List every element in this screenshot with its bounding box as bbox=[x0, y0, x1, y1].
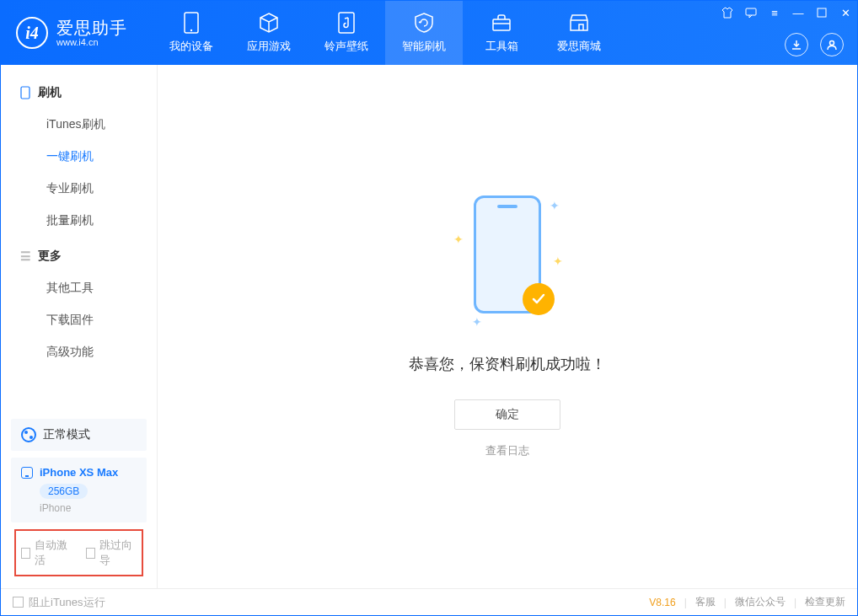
nav-tab-flash[interactable]: 智能刷机 bbox=[385, 1, 463, 65]
options-highlight-box: 自动激活 跳过向导 bbox=[14, 529, 143, 576]
sidebar-item-batch-flash[interactable]: 批量刷机 bbox=[1, 205, 157, 237]
checkbox-icon bbox=[86, 548, 95, 559]
menu-icon[interactable]: ≡ bbox=[768, 6, 781, 19]
logo-area: i4 爱思助手 www.i4.cn bbox=[1, 1, 144, 65]
success-message: 恭喜您，保资料刷机成功啦！ bbox=[409, 354, 606, 374]
maximize-icon[interactable] bbox=[815, 6, 829, 19]
sparkle-icon: ✦ bbox=[472, 315, 482, 329]
nav-tab-apps[interactable]: 应用游戏 bbox=[230, 1, 308, 65]
sparkle-icon: ✦ bbox=[553, 254, 563, 268]
app-window: i4 爱思助手 www.i4.cn 我的设备 应用游戏 铃声壁纸 智能刷机 bbox=[0, 0, 858, 616]
mode-icon bbox=[21, 427, 36, 442]
sidebar-item-advanced[interactable]: 高级功能 bbox=[1, 336, 157, 368]
main-content: ✦ ✦ ✦ ✦ 恭喜您，保资料刷机成功啦！ 确定 查看日志 bbox=[158, 65, 857, 588]
device-card[interactable]: iPhone XS Max 256GB iPhone bbox=[11, 458, 147, 522]
sidebar-tree: 刷机 iTunes刷机 一键刷机 专业刷机 批量刷机 ☰ 更多 其他工具 下载固… bbox=[1, 65, 157, 412]
cube-icon bbox=[258, 12, 280, 34]
minimize-icon[interactable]: — bbox=[791, 6, 805, 19]
app-logo-icon: i4 bbox=[16, 17, 48, 49]
nav-tabs: 我的设备 应用游戏 铃声壁纸 智能刷机 工具箱 爱思商城 bbox=[153, 1, 618, 65]
svg-point-6 bbox=[830, 41, 834, 46]
sidebar-item-itunes-flash[interactable]: iTunes刷机 bbox=[1, 109, 157, 141]
toolbox-icon bbox=[491, 12, 512, 34]
sidebar-bottom: 正常模式 iPhone XS Max 256GB iPhone 自动激活 bbox=[1, 412, 157, 588]
svg-rect-5 bbox=[818, 8, 826, 17]
check-badge-icon bbox=[523, 283, 555, 315]
nav-tab-device[interactable]: 我的设备 bbox=[153, 1, 230, 65]
svg-rect-7 bbox=[21, 87, 29, 99]
nav-tab-ringtone[interactable]: 铃声壁纸 bbox=[308, 1, 385, 65]
divider: | bbox=[724, 597, 727, 608]
device-name: iPhone XS Max bbox=[40, 466, 118, 479]
download-icon[interactable] bbox=[785, 33, 808, 56]
divider: | bbox=[684, 597, 687, 608]
nav-tab-label: 爱思商城 bbox=[557, 39, 601, 54]
feedback-icon[interactable] bbox=[744, 6, 758, 19]
nav-tab-label: 应用游戏 bbox=[247, 39, 291, 54]
checkbox-icon bbox=[21, 548, 30, 559]
device-phone-icon bbox=[21, 467, 33, 479]
device-type: iPhone bbox=[40, 502, 137, 514]
statusbar-right: V8.16 | 客服 | 微信公众号 | 检查更新 bbox=[649, 595, 845, 609]
nav-tab-label: 智能刷机 bbox=[402, 39, 446, 54]
titlebar: i4 爱思助手 www.i4.cn 我的设备 应用游戏 铃声壁纸 智能刷机 bbox=[1, 1, 857, 65]
checkbox-auto-activate[interactable]: 自动激活 bbox=[21, 538, 72, 568]
check-update-link[interactable]: 检查更新 bbox=[805, 595, 845, 609]
divider: | bbox=[794, 597, 796, 608]
ok-button[interactable]: 确定 bbox=[454, 399, 560, 430]
nav-tab-label: 我的设备 bbox=[169, 39, 213, 54]
version-label: V8.16 bbox=[649, 597, 675, 608]
app-name: 爱思助手 bbox=[56, 19, 127, 37]
wechat-link[interactable]: 微信公众号 bbox=[735, 595, 786, 609]
checkbox-label: 跳过向导 bbox=[99, 538, 137, 568]
nav-tab-label: 工具箱 bbox=[485, 39, 518, 54]
sidebar-group-flash: 刷机 iTunes刷机 一键刷机 专业刷机 批量刷机 bbox=[1, 77, 157, 237]
nav-tab-toolbox[interactable]: 工具箱 bbox=[463, 1, 540, 65]
nav-tab-label: 铃声壁纸 bbox=[324, 39, 368, 54]
sparkle-icon: ✦ bbox=[453, 233, 464, 246]
svg-rect-2 bbox=[339, 13, 354, 33]
sidebar-group-title: 更多 bbox=[38, 249, 62, 264]
store-icon bbox=[568, 12, 590, 34]
sidebar: 刷机 iTunes刷机 一键刷机 专业刷机 批量刷机 ☰ 更多 其他工具 下载固… bbox=[1, 65, 158, 588]
header-action-icons bbox=[785, 33, 844, 56]
svg-point-1 bbox=[190, 29, 192, 31]
nav-tab-store[interactable]: 爱思商城 bbox=[540, 1, 618, 65]
sidebar-group-title: 刷机 bbox=[38, 85, 62, 100]
app-logo-text: 爱思助手 www.i4.cn bbox=[56, 19, 127, 47]
svg-rect-4 bbox=[746, 8, 756, 15]
refresh-shield-icon bbox=[413, 12, 435, 34]
svg-rect-3 bbox=[493, 19, 510, 30]
body: 刷机 iTunes刷机 一键刷机 专业刷机 批量刷机 ☰ 更多 其他工具 下载固… bbox=[1, 65, 857, 588]
view-log-link[interactable]: 查看日志 bbox=[485, 443, 529, 458]
support-link[interactable]: 客服 bbox=[695, 595, 716, 609]
sidebar-group-head[interactable]: ☰ 更多 bbox=[1, 240, 157, 272]
sidebar-item-onekey-flash[interactable]: 一键刷机 bbox=[1, 141, 157, 173]
sidebar-item-other-tools[interactable]: 其他工具 bbox=[1, 272, 157, 304]
checkbox-block-itunes[interactable]: 阻止iTunes运行 bbox=[13, 595, 105, 610]
checkbox-icon bbox=[13, 597, 24, 608]
more-lines-icon: ☰ bbox=[19, 249, 31, 263]
music-file-icon bbox=[335, 12, 357, 34]
sidebar-group-more: ☰ 更多 其他工具 下载固件 高级功能 bbox=[1, 240, 157, 368]
device-storage-badge: 256GB bbox=[40, 484, 88, 499]
app-url: www.i4.cn bbox=[56, 37, 127, 47]
close-icon[interactable]: ✕ bbox=[839, 6, 852, 19]
checkbox-label: 自动激活 bbox=[35, 538, 72, 568]
checkbox-skip-guide[interactable]: 跳过向导 bbox=[86, 538, 137, 568]
checkbox-label: 阻止iTunes运行 bbox=[29, 595, 105, 610]
window-controls: ≡ — ✕ bbox=[721, 6, 852, 19]
phone-icon bbox=[180, 12, 202, 34]
mode-card[interactable]: 正常模式 bbox=[11, 419, 147, 451]
user-icon[interactable] bbox=[820, 33, 844, 56]
sidebar-item-pro-flash[interactable]: 专业刷机 bbox=[1, 173, 157, 205]
statusbar: 阻止iTunes运行 V8.16 | 客服 | 微信公众号 | 检查更新 bbox=[1, 588, 857, 615]
sidebar-item-download-fw[interactable]: 下载固件 bbox=[1, 304, 157, 336]
tshirt-icon[interactable] bbox=[721, 6, 734, 19]
device-small-icon bbox=[19, 86, 31, 99]
sidebar-group-head[interactable]: 刷机 bbox=[1, 77, 157, 109]
success-illustration: ✦ ✦ ✦ ✦ bbox=[457, 196, 558, 330]
mode-label: 正常模式 bbox=[43, 427, 90, 442]
sparkle-icon: ✦ bbox=[550, 199, 560, 212]
